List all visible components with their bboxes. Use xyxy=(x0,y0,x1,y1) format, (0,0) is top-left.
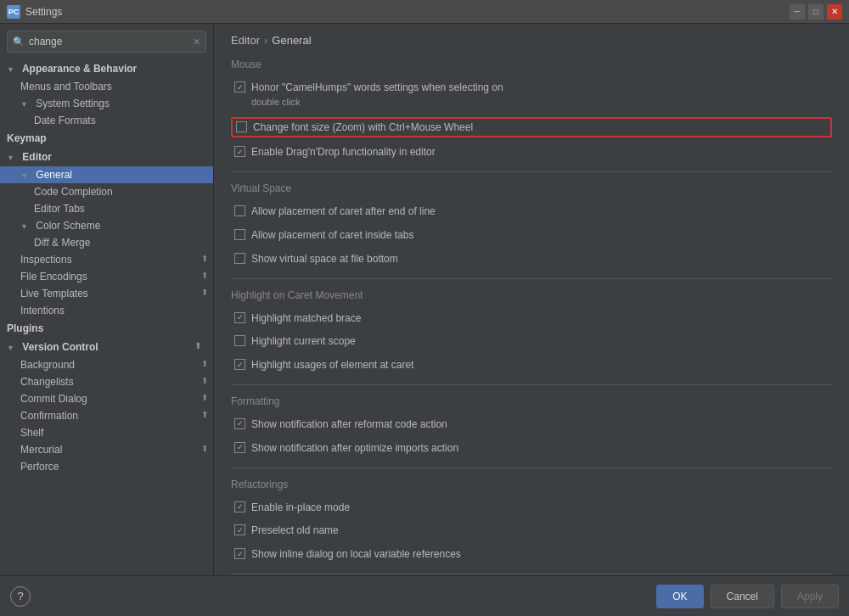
checkbox-inline-dialog: Show inline dialog on local variable ref… xyxy=(231,546,832,563)
sidebar-item-perforce[interactable]: Perforce xyxy=(0,458,213,475)
expand-icon-general xyxy=(20,171,31,180)
cb-drag-drop-label: Enable Drag'n'Drop functionality in edit… xyxy=(251,145,436,160)
maximize-button[interactable]: □ xyxy=(808,4,824,20)
search-box: 🔍 ✕ xyxy=(7,31,206,53)
cb-drag-drop[interactable] xyxy=(234,146,245,157)
cb-highlight-scope[interactable] xyxy=(234,335,245,346)
export-icon-merc: ⬆ xyxy=(201,444,208,453)
sidebar-item-system-settings[interactable]: System Settings xyxy=(0,95,213,112)
export-icon-cd: ⬆ xyxy=(201,393,208,402)
cb-font-zoom[interactable] xyxy=(236,121,247,132)
breadcrumb-separator: › xyxy=(264,34,267,47)
sidebar-item-background[interactable]: Background ⬆ xyxy=(0,356,213,373)
export-icon-lt: ⬆ xyxy=(201,288,208,297)
checkbox-reformat: Show notification after reformat code ac… xyxy=(231,416,832,434)
search-input[interactable] xyxy=(29,36,193,48)
cb-optimize-imports[interactable] xyxy=(234,442,245,453)
breadcrumb-parent: Editor xyxy=(231,34,260,47)
section-virtual-space-title: Virtual Space xyxy=(231,182,832,194)
sidebar-item-color-scheme[interactable]: Color Scheme xyxy=(0,217,213,234)
action-buttons: OK Cancel Apply xyxy=(656,585,839,608)
cb-caret-end[interactable] xyxy=(234,205,245,216)
expand-icon-ss xyxy=(20,100,31,109)
sidebar-item-shelf[interactable]: Shelf xyxy=(0,424,213,441)
sidebar-item-editor[interactable]: Editor xyxy=(0,148,213,166)
checkbox-highlight-scope: Highlight current scope xyxy=(231,333,832,350)
export-icon-inspections: ⬆ xyxy=(201,254,208,263)
help-button[interactable]: ? xyxy=(10,586,31,607)
cb-highlight-usages[interactable] xyxy=(234,359,245,370)
sidebar-item-appearance[interactable]: Appearance & Behavior xyxy=(0,59,213,78)
checkbox-virtual-space: Show virtual space at file bottom xyxy=(231,250,832,268)
divider-3 xyxy=(231,384,832,385)
sidebar-item-editor-tabs[interactable]: Editor Tabs xyxy=(0,200,213,217)
sidebar-item-menus[interactable]: Menus and Toolbars xyxy=(0,78,213,95)
sidebar-item-general[interactable]: General xyxy=(0,166,213,183)
app-icon: PC xyxy=(7,5,20,19)
ok-button[interactable]: OK xyxy=(656,585,703,608)
sidebar-item-keymap[interactable]: Keymap xyxy=(0,129,213,148)
section-mouse-title: Mouse xyxy=(231,59,832,70)
sidebar-item-intentions[interactable]: Intentions xyxy=(0,302,213,319)
checkbox-highlight-brace: Highlight matched brace xyxy=(231,310,832,328)
cb-font-zoom-label: Change font size (Zoom) with Ctrl+Mouse … xyxy=(253,120,473,135)
minimize-button[interactable]: ─ xyxy=(790,4,805,20)
sidebar-item-version-control[interactable]: Version Control ⬆ xyxy=(0,338,213,356)
bottom-bar: ? OK Cancel Apply xyxy=(0,575,849,616)
sidebar-item-date-formats[interactable]: Date Formats xyxy=(0,112,213,129)
search-icon: 🔍 xyxy=(13,36,25,48)
checkbox-optimize-imports: Show notification after optimize imports… xyxy=(231,440,832,457)
cb-highlight-brace[interactable] xyxy=(234,312,245,323)
sidebar-item-mercurial[interactable]: Mercurial ⬆ xyxy=(0,441,213,458)
sidebar-item-file-encodings[interactable]: File Encodings ⬆ xyxy=(0,268,213,285)
sidebar-item-changelists[interactable]: Changelists ⬆ xyxy=(0,373,213,390)
cb-inplace[interactable] xyxy=(234,501,245,512)
breadcrumb: Editor › General xyxy=(231,34,832,47)
divider-4 xyxy=(231,468,832,468)
cb-reformat[interactable] xyxy=(234,418,245,429)
breadcrumb-current: General xyxy=(272,34,311,47)
window-controls: ─ □ ✕ xyxy=(790,4,842,20)
apply-button[interactable]: Apply xyxy=(781,585,839,608)
export-icon-vc: ⬆ xyxy=(194,341,201,350)
checkbox-inplace: Enable in-place mode xyxy=(231,499,832,517)
cancel-button[interactable]: Cancel xyxy=(711,585,774,608)
checkbox-highlight-usages: Highlight usages of element at caret xyxy=(231,356,832,374)
export-icon-conf: ⬆ xyxy=(201,410,208,419)
window-title: Settings xyxy=(25,6,790,18)
cb-caret-end-label: Allow placement of caret after end of li… xyxy=(251,204,436,219)
cb-preselect[interactable] xyxy=(234,524,245,535)
close-button[interactable]: ✕ xyxy=(827,4,842,20)
cb-virtual-space-label: Show virtual space at file bottom xyxy=(251,252,398,266)
sidebar-item-code-completion[interactable]: Code Completion xyxy=(0,183,213,200)
content-area: Editor › General Mouse Honor "CamelHumps… xyxy=(214,24,849,575)
expand-icon-editor xyxy=(7,154,17,162)
sidebar-item-commit-dialog[interactable]: Commit Dialog ⬆ xyxy=(0,390,213,407)
expand-icon-vc xyxy=(7,344,17,352)
sidebar-item-plugins[interactable]: Plugins xyxy=(0,319,213,338)
cb-highlight-brace-label: Highlight matched brace xyxy=(251,311,361,326)
checkbox-font-zoom: Change font size (Zoom) with Ctrl+Mouse … xyxy=(231,117,832,138)
sidebar-item-confirmation[interactable]: Confirmation ⬆ xyxy=(0,407,213,424)
checkbox-caret-end: Allow placement of caret after end of li… xyxy=(231,203,832,221)
cb-inline-dialog[interactable] xyxy=(234,548,245,559)
sidebar-item-diff-merge[interactable]: Diff & Merge xyxy=(0,234,213,251)
sidebar-item-inspections[interactable]: Inspections ⬆ xyxy=(0,251,213,268)
divider-1 xyxy=(231,171,832,172)
expand-icon-cs xyxy=(20,222,31,231)
cb-virtual-space[interactable] xyxy=(234,253,245,264)
search-clear-icon[interactable]: ✕ xyxy=(193,36,200,48)
expand-icon xyxy=(7,65,17,74)
checkbox-camelhumps: Honor "CamelHumps" words settings when s… xyxy=(231,79,832,111)
cb-highlight-usages-label: Highlight usages of element at caret xyxy=(251,358,413,372)
export-icon-fe: ⬆ xyxy=(201,271,208,280)
cb-inline-dialog-label: Show inline dialog on local variable ref… xyxy=(251,547,461,562)
export-icon-bg: ⬆ xyxy=(201,359,208,368)
sidebar-item-live-templates[interactable]: Live Templates ⬆ xyxy=(0,285,213,302)
cb-optimize-imports-label: Show notification after optimize imports… xyxy=(251,441,458,456)
cb-inplace-label: Enable in-place mode xyxy=(251,501,350,515)
cb-caret-tabs[interactable] xyxy=(234,229,245,240)
section-highlight-title: Highlight on Caret Movement xyxy=(231,289,832,301)
export-icon-cl: ⬆ xyxy=(201,376,208,385)
cb-camelhumps[interactable] xyxy=(234,81,245,92)
